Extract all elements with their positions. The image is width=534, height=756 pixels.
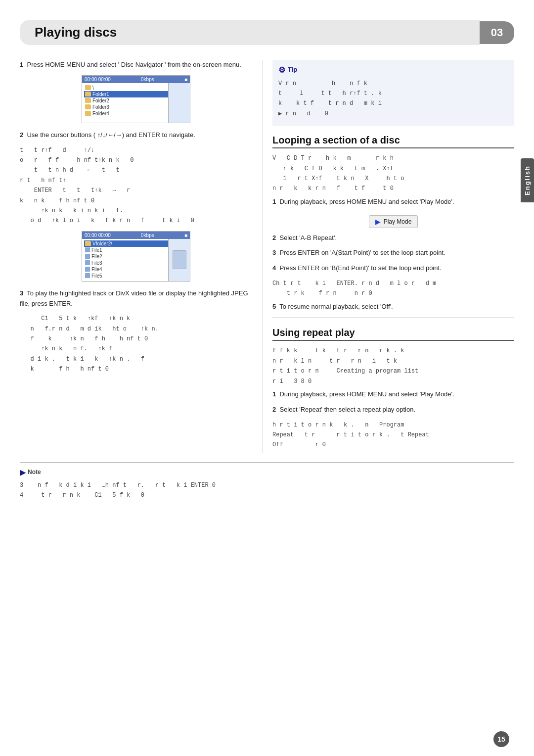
note-title: ▶ Note (20, 467, 514, 478)
note-content: 3 n f k d i k i …h nf t r. r t k i ENTER… (20, 480, 514, 501)
repeat-heading: Using repeat play (272, 327, 514, 341)
screen2-info: 0kbps (141, 233, 154, 238)
language-tab: English (521, 158, 534, 202)
file5-icon (85, 273, 90, 278)
folder4-icon (85, 111, 91, 116)
note-box: ▶ Note 3 n f k d i k i …h nf t r. r t k … (20, 462, 514, 501)
looping-intro: V C D T r h k m r k h r k C f D k k t m … (272, 153, 514, 194)
page-number: 15 (493, 731, 509, 747)
repeat-step1: 1 During playback, press HOME MENU and s… (272, 389, 514, 400)
tip-content: V r n h n f k t l t t h r↑f t . k k k t … (278, 79, 508, 119)
file3-icon (85, 260, 90, 265)
folder1-icon (85, 92, 91, 96)
right-column: ⚙ Tip V r n h n f k t l t t h r↑f t . k … (262, 60, 514, 453)
screen2-body: Vfolder2\ File1 File2 File3 (82, 239, 190, 281)
play-mode-button[interactable]: ▶ Play Mode (369, 215, 418, 228)
root-folder-icon (85, 85, 91, 90)
looping-step2: 2 Select 'A-B Repeat'. (272, 233, 514, 243)
play-mode-btn-container: ▶ Play Mode (272, 212, 514, 233)
chapter-header: Playing discs 03 (20, 20, 514, 45)
tip-icon: ⚙ (278, 64, 285, 77)
step1-text: 1 Press HOME MENU and select ' Disc Navi… (20, 60, 252, 70)
folder3-icon (85, 104, 91, 109)
screen1: 00:00 00:00 0kbps ■ \ Folder1 (82, 75, 190, 123)
play-mode-label: Play Mode (384, 218, 412, 225)
looping-scrambled-step4: Ch t r t k i ENTER. r n d m l o r d m t … (272, 279, 514, 299)
repeat-scrambled: h r t i t o r n k k . n Program Repeat t… (272, 420, 514, 450)
screen1-info: 0kbps (141, 77, 154, 82)
looping-step1: 1 During playback, press HOME MENU and s… (272, 197, 514, 207)
screen1-body: \ Folder1 Folder2 Folder3 (82, 83, 190, 123)
tip-box: ⚙ Tip V r n h n f k t l t t h r↑f t . k … (272, 60, 514, 126)
repeat-intro: f f k k t k t r r n r k . k n r k l n t … (272, 346, 514, 386)
screen2-root-icon (85, 241, 91, 246)
looping-heading: Looping a section of a disc (272, 135, 514, 148)
looping-step5: 5 To resume normal playback, select 'Off… (272, 302, 514, 312)
page-container: Playing discs 03 English 1 Press HOME ME… (0, 0, 534, 756)
looping-step4: 4 Press ENTER on 'B(End Point)' to set t… (272, 263, 514, 274)
play-mode-icon: ▶ (375, 218, 381, 226)
screen2-time: 00:00 00:00 (85, 233, 111, 238)
screen2: 00:00 00:00 0kbps ■ Vfolder2\ File1 (82, 231, 190, 282)
repeat-step2: 2 Select 'Repeat' then select a repeat p… (272, 405, 514, 415)
tip-title: ⚙ Tip (278, 64, 508, 77)
screen1-icon: ■ (184, 77, 187, 82)
note-icon: ▶ (20, 467, 26, 478)
screen2-wrapper: 00:00 00:00 0kbps ■ Vfolder2\ File1 (82, 231, 190, 282)
screen2-side-panel (168, 239, 190, 281)
file1-icon (85, 247, 90, 252)
chapter-title: Playing discs (20, 20, 480, 45)
looping-step3: 3 Press ENTER on 'A(Start Point)' to set… (272, 248, 514, 258)
screen1-wrapper: 00:00 00:00 0kbps ■ \ Folder1 (82, 75, 190, 123)
screen1-side-panel (168, 83, 190, 123)
step2-text: 2 Use the cursor buttons ( ↑/↓/←/→) and … (20, 130, 252, 141)
thumbnail-preview (173, 250, 186, 269)
file2-icon (85, 254, 90, 259)
screen2-header: 00:00 00:00 0kbps ■ (82, 232, 190, 239)
screen1-time: 00:00 00:00 (85, 77, 111, 82)
left-column: 1 Press HOME MENU and select ' Disc Navi… (20, 60, 262, 453)
step3-text: 3 To play the highlighted track or DivX … (20, 288, 252, 309)
section-divider (272, 318, 514, 318)
screen1-header: 00:00 00:00 0kbps ■ (82, 76, 190, 83)
file4-icon (85, 267, 90, 272)
scrambled-step2: t t r↑f d ↑/↓ o r f f h nf t↑k n k 0 t t… (20, 145, 252, 226)
chapter-number: 03 (480, 21, 514, 44)
scrambled-step3: C1 5 t k ↑kf ↑k n k n f.r n d m d ik ht … (20, 314, 252, 374)
folder2-icon (85, 98, 91, 103)
content-columns: 1 Press HOME MENU and select ' Disc Navi… (20, 60, 514, 453)
